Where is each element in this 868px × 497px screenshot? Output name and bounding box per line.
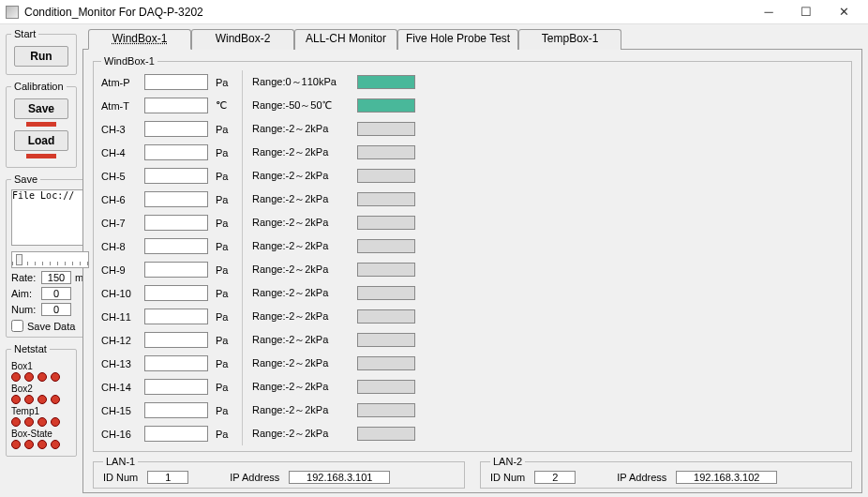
channel-unit: Pa (216, 194, 232, 205)
lan-ip-input[interactable] (289, 471, 390, 484)
sidebar: Start Run Calibration Save Load Save Fil… (0, 24, 82, 497)
channel-range: Range:-2～2kPa (252, 427, 350, 441)
channel-value-input[interactable] (144, 285, 208, 301)
num-label: Num: (11, 304, 37, 315)
num-input[interactable] (41, 303, 71, 316)
window-title: Condition_Monitor For DAQ-P-3202 (24, 6, 750, 19)
channel-value-input[interactable] (144, 262, 208, 278)
channel-name: CH-9 (101, 264, 137, 276)
start-group: Start Run (6, 28, 77, 75)
channel-value-input[interactable] (144, 144, 208, 160)
channel-value-input[interactable] (144, 426, 208, 442)
led-icon (37, 395, 47, 404)
save-data-checkbox[interactable] (11, 320, 23, 332)
cal-save-indicator (26, 122, 56, 127)
channel-unit: Pa (216, 171, 232, 182)
channel-value-input[interactable] (144, 121, 208, 137)
netstat-legend: Netstat (11, 343, 50, 354)
channel-value-input[interactable] (144, 191, 208, 207)
channel-value-input[interactable] (144, 309, 208, 324)
aim-label: Aim: (11, 288, 37, 299)
channel-bar (357, 192, 415, 206)
tab-windbox-2[interactable]: WindBox-2 (191, 29, 294, 50)
channel-range: Range:-2～2kPa (252, 216, 350, 230)
save-slider[interactable] (11, 251, 89, 268)
channel-bar (357, 286, 415, 300)
channel-range: Range:-2～2kPa (252, 122, 350, 136)
channel-value-input[interactable] (144, 402, 208, 418)
rate-label: Rate: (11, 272, 37, 283)
run-button[interactable]: Run (14, 46, 68, 67)
tab-five-hole-probe-test[interactable]: Five Hole Probe Test (397, 29, 518, 50)
lan-id-input[interactable] (147, 471, 188, 484)
channel-value-input[interactable] (144, 238, 208, 254)
channel-bar (357, 403, 415, 417)
led-icon (51, 395, 60, 404)
channel-range: Range:-2～2kPa (252, 309, 350, 324)
led-icon (24, 440, 34, 449)
channel-value-input[interactable] (144, 332, 208, 348)
cal-save-button[interactable]: Save (14, 98, 68, 119)
aim-input[interactable] (41, 287, 71, 300)
led-icon (24, 395, 34, 404)
calibration-legend: Calibration (11, 81, 67, 92)
main-area: WindBox-1WindBox-2ALL-CH MonitorFive Hol… (82, 24, 868, 497)
channel-value-input[interactable] (144, 215, 208, 231)
channel-unit: Pa (216, 429, 232, 440)
channel-range: Range:-2～2kPa (252, 333, 350, 347)
lan-legend: LAN-2 (490, 456, 525, 467)
channel-bar (357, 309, 415, 324)
lan-ip-input[interactable] (676, 471, 777, 484)
channel-value-input[interactable] (144, 355, 208, 371)
channel-unit: Pa (216, 288, 232, 299)
channel-row: CH-6PaRange:-2～2kPa (101, 188, 844, 211)
channel-row: CH-13PaRange:-2～2kPa (101, 352, 844, 375)
windbox-legend: WindBox-1 (101, 55, 157, 67)
channel-row: CH-16PaRange:-2～2kPa (101, 422, 844, 445)
led-icon (51, 372, 60, 382)
channel-bar (357, 169, 415, 183)
netstat-group: Netstat Box1Box2Temp1Box-State (6, 343, 77, 457)
lan-id-input[interactable] (534, 471, 576, 484)
tab-all-ch-monitor[interactable]: ALL-CH Monitor (294, 29, 397, 50)
led-icon (51, 417, 60, 427)
channel-bar (357, 98, 415, 113)
cal-load-button[interactable]: Load (14, 130, 68, 151)
netstat-label: Box2 (11, 384, 71, 394)
channel-bar (357, 239, 415, 253)
channel-range: Range:-2～2kPa (252, 239, 350, 253)
rate-input[interactable] (41, 271, 71, 284)
channel-row: CH-14PaRange:-2～2kPa (101, 375, 844, 399)
channel-unit: Pa (216, 311, 232, 323)
channel-unit: Pa (216, 358, 232, 369)
channel-name: CH-3 (101, 124, 137, 135)
channel-name: CH-10 (101, 288, 137, 299)
channel-unit: Pa (216, 77, 232, 88)
channel-range: Range:-2～2kPa (252, 286, 350, 300)
channel-unit: Pa (216, 124, 232, 135)
channel-row: CH-12PaRange:-2～2kPa (101, 328, 844, 352)
lan-id-label: ID Num (103, 472, 138, 483)
channel-unit: Pa (216, 382, 232, 393)
channel-unit: Pa (216, 405, 232, 416)
channel-name: CH-14 (101, 382, 137, 393)
channel-value-input[interactable] (144, 168, 208, 184)
tab-windbox-1[interactable]: WindBox-1 (88, 29, 191, 50)
channel-bar (357, 75, 415, 89)
led-icon (24, 417, 34, 427)
file-loc-input[interactable]: File Loc:// (11, 189, 89, 246)
channel-bar (357, 263, 415, 277)
minimize-button[interactable]: ─ (750, 0, 787, 24)
channel-value-input[interactable] (144, 74, 208, 90)
channel-range: Range:-2～2kPa (252, 169, 350, 183)
channel-value-input[interactable] (144, 379, 208, 395)
channel-value-input[interactable] (144, 98, 208, 113)
channel-bar (357, 145, 415, 159)
maximize-button[interactable]: ☐ (787, 0, 825, 24)
channel-bar (357, 216, 415, 230)
close-button[interactable]: ✕ (825, 0, 862, 24)
save-legend: Save (11, 173, 40, 185)
tab-tempbox-1[interactable]: TempBox-1 (518, 29, 621, 50)
channel-row: CH-3PaRange:-2～2kPa (101, 117, 844, 141)
channel-unit: Pa (216, 264, 232, 276)
